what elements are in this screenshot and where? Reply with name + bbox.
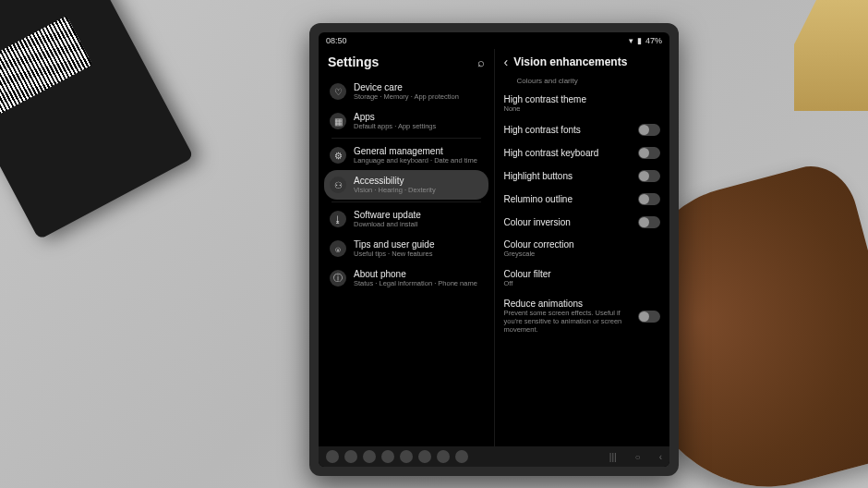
vision-item-subtitle: Off [504,279,661,287]
nav-back-icon[interactable]: ‹ [659,452,662,462]
vision-item-reduce-animations[interactable]: Reduce animationsPrevent some screen eff… [495,293,670,339]
divider [332,201,481,202]
vision-item-title: Colour correction [504,239,661,250]
item-title: Accessibility [354,176,483,186]
toggle-switch[interactable] [638,311,660,323]
desk-clamp [794,0,868,111]
bulb-icon: ⍟ [330,240,346,257]
vision-item-title: High contrast theme [504,94,661,104]
settings-item-general-management[interactable]: ⚙General managementLanguage and keyboard… [324,140,488,170]
item-subtitle: Vision · Hearing · Dexterity [354,186,483,194]
item-title: About phone [354,269,483,279]
dock-app[interactable] [418,450,431,463]
grid-icon: ▦ [330,113,346,129]
vision-item-high-contrast-theme[interactable]: High contrast themeNone [495,89,670,118]
item-subtitle: Default apps · App settings [354,122,483,130]
toggle-switch[interactable] [638,147,660,159]
settings-detail-pane: ‹ Vision enhancements Colours and clarit… [495,49,670,446]
divider [332,138,481,139]
item-title: Apps [354,112,483,122]
back-icon[interactable]: ‹ [504,55,509,69]
dock-app[interactable] [326,450,339,463]
item-subtitle: Language and keyboard · Date and time [354,156,483,165]
vision-item-subtitle: Greyscale [504,250,661,258]
item-subtitle: Useful tips · New features [354,250,483,258]
taskbar: ||| ○ ‹ [319,446,669,467]
settings-item-device-care[interactable]: ♡Device careStorage · Memory · App prote… [324,77,488,106]
dock-app[interactable] [344,450,357,463]
dock-app[interactable] [381,450,394,463]
device-screen: 08:50 ▾ ▮ 47% Settings ⌕ ♡Device careSto… [319,32,669,467]
vision-item-high-contrast-fonts[interactable]: High contrast fonts [495,118,670,141]
dock-app[interactable] [363,450,376,463]
vision-item-title: Colour inversion [504,217,632,227]
wifi-icon: ▾ [629,36,633,45]
toggle-switch[interactable] [638,216,660,228]
battery-text: 47% [645,36,662,45]
vision-item-colour-filter[interactable]: Colour filterOff [495,263,670,293]
nav-home-icon[interactable]: ○ [635,452,641,462]
settings-item-software-update[interactable]: ⭳Software updateDownload and install [324,204,488,234]
vision-item-title: Relumino outline [504,194,632,204]
info-icon: ⓘ [330,270,346,287]
dock-app[interactable] [400,450,413,463]
settings-item-tips-and-user-guide[interactable]: ⍟Tips and user guideUseful tips · New fe… [324,234,488,263]
item-title: Software update [354,210,483,220]
settings-master-pane: Settings ⌕ ♡Device careStorage · Memory … [319,49,495,446]
vision-item-high-contrast-keyboard[interactable]: High contrast keyboard [495,141,670,165]
item-subtitle: Storage · Memory · App protection [354,92,483,101]
vision-item-colour-inversion[interactable]: Colour inversion [495,211,670,234]
vision-item-colour-correction[interactable]: Colour correctionGreyscale [495,234,670,263]
download-icon: ⭳ [330,211,346,227]
vision-item-highlight-buttons[interactable]: Highlight buttons [495,165,670,188]
item-subtitle: Download and install [354,220,483,228]
item-subtitle: Status · Legal information · Phone name [354,279,483,287]
foldable-device: 08:50 ▾ ▮ 47% Settings ⌕ ♡Device careSto… [309,23,679,476]
status-time: 08:50 [326,36,347,45]
vision-item-subtitle: None [504,104,661,113]
toggle-switch[interactable] [638,170,660,182]
barcode-sticker [0,16,92,116]
settings-title: Settings [328,55,472,69]
settings-item-apps[interactable]: ▦AppsDefault apps · App settings [324,106,488,136]
detail-subtitle: Colours and clarity [495,77,670,89]
dock-app[interactable] [455,450,468,463]
item-title: Device care [354,82,483,92]
dock-app[interactable] [437,450,450,463]
product-box: Galaxy Z Fold6 [0,0,194,239]
toggle-switch[interactable] [638,124,660,136]
vision-item-title: High contrast fonts [504,125,632,135]
vision-item-title: High contrast keyboard [504,148,632,158]
detail-title: Vision enhancements [513,55,660,68]
settings-item-about-phone[interactable]: ⓘAbout phoneStatus · Legal information ·… [324,263,488,293]
heart-icon: ♡ [330,83,346,100]
gear-icon: ⚙ [330,147,346,164]
vision-item-title: Highlight buttons [504,171,632,181]
item-title: Tips and user guide [354,239,483,250]
vision-item-title: Colour filter [504,269,661,279]
search-icon[interactable]: ⌕ [477,55,485,69]
item-title: General management [354,146,483,156]
vision-item-relumino-outline[interactable]: Relumino outline [495,188,670,211]
vision-item-subtitle: Prevent some screen effects. Useful if y… [504,309,632,334]
person-icon: ⚇ [330,177,346,193]
signal-icon: ▮ [637,36,642,45]
nav-recent-icon[interactable]: ||| [609,452,617,462]
toggle-switch[interactable] [638,193,660,205]
vision-item-title: Reduce animations [504,299,632,309]
settings-item-accessibility[interactable]: ⚇AccessibilityVision · Hearing · Dexteri… [324,170,488,200]
status-bar: 08:50 ▾ ▮ 47% [319,32,669,49]
